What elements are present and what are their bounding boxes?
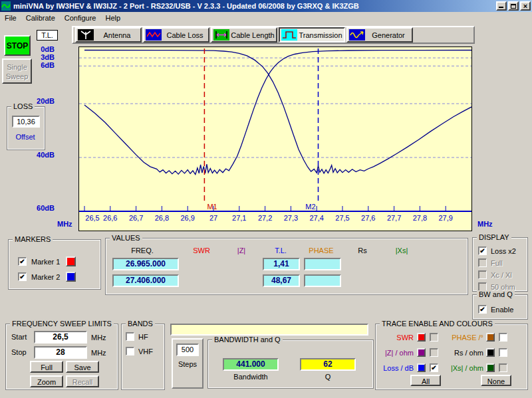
trace-swr-label: SWR xyxy=(376,334,414,342)
display-group: DISPLAY ✔ Loss x2 Full Xc / Xl 50 ohm xyxy=(472,237,528,292)
close-button[interactable]: × xyxy=(520,1,531,11)
svg-text:27,3: 27,3 xyxy=(284,214,298,222)
svg-text:27,6: 27,6 xyxy=(361,214,375,222)
svg-text:M2: M2 xyxy=(305,203,315,211)
sweep-limits-title: FREQUENCY SWEEP LIMITS xyxy=(10,320,114,328)
vhf-checkbox[interactable] xyxy=(126,347,134,355)
cable-loss-button[interactable]: Cable Loss xyxy=(143,27,209,43)
stop-button[interactable]: STOP xyxy=(4,35,31,56)
trace-xs-chip[interactable] xyxy=(486,363,495,372)
loss-group-title: LOSS xyxy=(11,102,35,111)
transmission-icon xyxy=(281,29,297,41)
trace-swr-chip[interactable] xyxy=(417,333,426,342)
trace-xs-checkbox[interactable] xyxy=(499,363,507,372)
loss-group: LOSS 10,36 Offset xyxy=(7,106,45,150)
scale-label-40db: 40dB xyxy=(32,151,55,159)
save-button[interactable]: Save xyxy=(66,361,99,373)
trace-phase-checkbox[interactable] xyxy=(499,333,507,342)
marker2-checkbox[interactable]: ✔ xyxy=(18,272,27,281)
loss-offset-field[interactable]: 10,36 xyxy=(12,116,40,128)
header-rs: Rs xyxy=(346,247,379,254)
trace-loss-chip[interactable] xyxy=(417,363,426,372)
values-group-title: VALUES xyxy=(110,234,142,243)
full-display-checkbox[interactable] xyxy=(478,258,487,267)
header-tl: T.L. xyxy=(264,247,297,254)
marker2-label: Marker 2 xyxy=(31,273,60,282)
vhf-label: VHF xyxy=(138,348,153,356)
svg-text:26,8: 26,8 xyxy=(155,214,169,222)
bandwidth-q-title: BANDWIDTH and Q xyxy=(212,336,283,344)
recall-button[interactable]: Recall xyxy=(66,375,99,387)
all-button[interactable]: All xyxy=(410,375,441,386)
q-value: 62 xyxy=(300,358,356,371)
status-strip xyxy=(170,324,368,336)
title-bar: miniVNA by IW3HEV & IW3IJZ - 2 Port - RS… xyxy=(0,0,532,12)
marker1-phase-value xyxy=(304,258,341,270)
sweep-limits-group: FREQUENCY SWEEP LIMITS Start 26,5 MHz St… xyxy=(5,324,118,390)
menu-file[interactable]: File xyxy=(0,13,21,23)
trace-z-label: |Z| / ohm xyxy=(376,349,414,357)
trace-rs-label: Rs / ohm xyxy=(441,349,483,357)
marker1-checkbox[interactable]: ✔ xyxy=(18,257,27,266)
trace-rs-chip[interactable] xyxy=(486,348,495,357)
menu-calibrate[interactable]: Calibrate xyxy=(21,13,60,23)
loss-x2-checkbox[interactable]: ✔ xyxy=(478,247,487,255)
marker2-color-chip[interactable] xyxy=(66,272,76,282)
bw-q-group: BW and Q ✔ Enable xyxy=(472,294,528,320)
svg-text:27,9: 27,9 xyxy=(438,214,452,222)
bw-q-enable-checkbox[interactable]: ✔ xyxy=(478,305,487,314)
single-sweep-button[interactable]: Single Sweep xyxy=(2,58,32,84)
marker1-color-chip[interactable] xyxy=(66,256,76,266)
svg-text:26,6: 26,6 xyxy=(103,214,117,222)
bandwidth-value: 441.000 xyxy=(223,358,279,371)
svg-text:26,7: 26,7 xyxy=(129,214,143,222)
marker2-tl-value: 48,67 xyxy=(263,274,300,287)
hf-checkbox[interactable] xyxy=(126,332,134,341)
scale-label-60db: 60dB xyxy=(32,204,55,212)
svg-text:27,5: 27,5 xyxy=(335,214,349,222)
generator-button[interactable]: Generator xyxy=(346,27,413,43)
minimize-button[interactable] xyxy=(496,1,507,11)
trace-z-checkbox[interactable] xyxy=(430,348,438,357)
steps-input[interactable]: 500 xyxy=(176,344,199,356)
svg-text:26,5: 26,5 xyxy=(85,214,99,222)
trace-z-chip[interactable] xyxy=(417,348,426,357)
xc-xl-checkbox[interactable] xyxy=(478,270,487,279)
marker1-label: Marker 1 xyxy=(31,258,60,266)
scale-label-20db: 20dB xyxy=(32,97,55,105)
svg-text:26,9: 26,9 xyxy=(180,214,194,222)
trace-colours-group: TRACE ENABLE AND COLOURS SWR PHASE /° |Z… xyxy=(375,324,528,390)
markers-group: MARKERS ✔ Marker 1 ✔ Marker 2 xyxy=(8,239,101,290)
transmission-button[interactable]: Transmission xyxy=(279,27,345,43)
trace-phase-chip[interactable] xyxy=(486,333,495,342)
trace-rs-checkbox[interactable] xyxy=(499,348,507,357)
maximize-button[interactable] xyxy=(508,1,519,11)
antenna-button[interactable]: Antenna xyxy=(75,27,142,43)
menu-configure[interactable]: Configure xyxy=(60,13,101,23)
maximize-icon xyxy=(511,4,516,9)
antenna-button-label: Antenna xyxy=(95,31,139,39)
svg-text:M1: M1 xyxy=(207,203,217,211)
chart-area[interactable]: M1M226,526,626,726,826,92727,127,227,327… xyxy=(78,47,472,231)
cable-length-button[interactable]: Cable Length xyxy=(211,27,277,43)
trace-loss-checkbox[interactable]: ✔ xyxy=(430,363,438,372)
menu-help[interactable]: Help xyxy=(100,13,125,23)
toolbar: Antenna Cable Loss Cable Length Transmis… xyxy=(72,26,475,44)
start-freq-input[interactable]: 26,5 xyxy=(34,331,87,344)
marker2-freq-value: 27.406.000 xyxy=(112,274,179,287)
zoom-button[interactable]: Zoom xyxy=(30,375,63,387)
bandwidth-q-group: BANDWIDTH and Q 441.000 Bandwidth 62 Q xyxy=(207,340,374,389)
marker2-phase-value xyxy=(304,274,341,287)
mhz-label-right: MHz xyxy=(477,220,493,228)
trace-swr-checkbox[interactable] xyxy=(430,333,438,342)
header-xs: |Xs| xyxy=(385,247,418,254)
full-button[interactable]: Full xyxy=(30,361,63,373)
display-group-title: DISPLAY xyxy=(477,233,511,242)
transmission-button-label: Transmission xyxy=(299,31,342,39)
header-freq: FREQ. xyxy=(119,247,166,254)
none-button[interactable]: None xyxy=(481,375,511,386)
svg-text:27: 27 xyxy=(209,214,217,222)
header-swr: SWR xyxy=(185,247,218,254)
q-label: Q xyxy=(300,373,356,381)
stop-freq-input[interactable]: 28 xyxy=(34,346,87,359)
